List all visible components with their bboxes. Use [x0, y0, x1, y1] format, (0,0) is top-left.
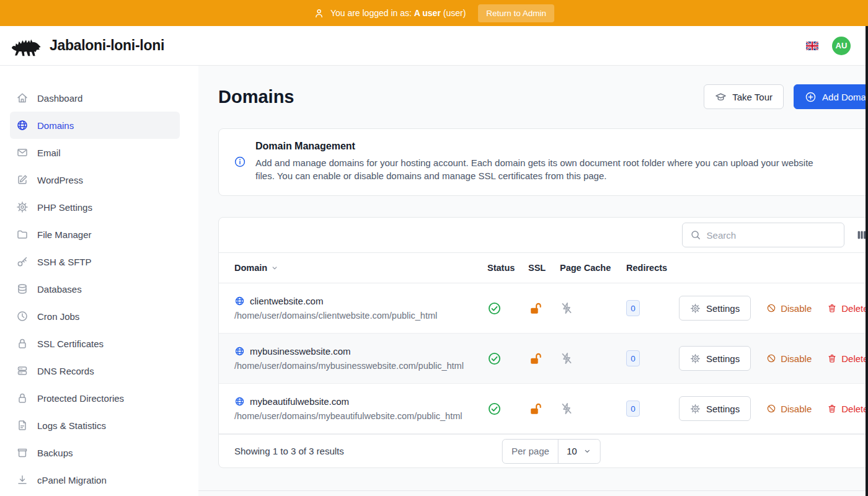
sidebar-item-protected-directories[interactable]: Protected Directories: [10, 384, 180, 412]
domain-name[interactable]: mybusinesswebsite.com: [250, 346, 351, 356]
globe-icon: [234, 346, 245, 356]
info-card: Domain Management Add and manage domains…: [218, 128, 868, 196]
ssl-unlocked-icon[interactable]: [528, 402, 560, 416]
sidebar-item-domains[interactable]: Domains: [10, 112, 180, 139]
archive-box-icon: [16, 446, 29, 459]
add-domain-button[interactable]: Add Domain: [794, 84, 868, 109]
status-enabled-icon: [487, 301, 528, 316]
domain-name[interactable]: clientwebsite.com: [250, 296, 323, 306]
page-cache-off-icon[interactable]: [560, 402, 626, 415]
delete-button[interactable]: Delete: [827, 353, 868, 364]
sidebar-item-email[interactable]: Email: [10, 139, 180, 166]
page-cache-off-icon[interactable]: [560, 352, 626, 365]
sidebar-item-file-manager[interactable]: File Manager: [10, 221, 180, 248]
column-header-domain[interactable]: Domain: [234, 263, 487, 273]
language-flag-icon[interactable]: [806, 42, 818, 50]
redirects-count-badge[interactable]: 0: [626, 350, 640, 366]
redirects-cell: 0: [626, 401, 679, 417]
sidebar-item-dns-records[interactable]: DNS Records: [10, 357, 180, 384]
domain-path: /home/user/domains/mybeautifulwebsite.co…: [234, 411, 487, 421]
settings-button[interactable]: Settings: [679, 396, 751, 421]
sidebar-item-label: Databases: [37, 284, 82, 294]
sidebar-item-ssl-certificates[interactable]: SSL Certificates: [10, 330, 180, 357]
settings-button[interactable]: Settings: [679, 346, 751, 371]
return-to-admin-button[interactable]: Return to Admin: [478, 4, 554, 22]
brand-name: Jabaloni-loni-loni: [50, 37, 164, 54]
sidebar-item-label: SSL Certificates: [37, 339, 104, 349]
search-box: [682, 223, 844, 247]
boar-logo-icon: [10, 34, 42, 58]
sidebar-item-logs-statistics[interactable]: Logs & Statistics: [10, 412, 180, 439]
plus-circle-icon: [805, 91, 817, 103]
redirects-cell: 0: [626, 300, 679, 316]
database-icon: [16, 283, 29, 295]
mail-icon: [16, 146, 29, 159]
redirects-count-badge[interactable]: 0: [626, 401, 640, 417]
sidebar-item-cpanel-migration[interactable]: cPanel Migration: [10, 466, 180, 494]
sidebar-item-label: Cron Jobs: [37, 311, 79, 322]
gear-icon: [16, 201, 29, 213]
gear-icon: [690, 353, 701, 364]
domain-cell: mybusinesswebsite.com /home/user/domains…: [234, 346, 487, 371]
disable-button[interactable]: Disable: [766, 404, 812, 414]
domain-cell: clientwebsite.com /home/user/domains/cli…: [234, 296, 487, 321]
clock-icon: [16, 310, 29, 322]
results-summary: Showing 1 to 3 of 3 results: [234, 446, 344, 456]
page-scrollbar[interactable]: [866, 26, 868, 496]
brand[interactable]: Jabaloni-loni-loni: [10, 34, 164, 58]
edit-icon: [16, 174, 29, 186]
lock-icon: [16, 337, 29, 350]
search-input[interactable]: [707, 230, 836, 241]
header-right: AU: [806, 37, 858, 55]
info-title: Domain Management: [255, 141, 817, 152]
user-avatar[interactable]: AU: [832, 37, 851, 55]
banner-text: You are logged in as: A user (user): [330, 8, 466, 18]
table-footer: Showing 1 to 3 of 3 results Per page 10: [219, 434, 868, 467]
per-page-control: Per page 10: [502, 439, 601, 464]
sidebar-item-wordpress[interactable]: WordPress: [10, 166, 180, 193]
impersonation-message: You are logged in as: A user (user): [314, 8, 466, 19]
sidebar-item-dashboard[interactable]: Dashboard: [10, 84, 180, 112]
row-actions: Settings Disable Delete: [679, 396, 868, 421]
delete-button[interactable]: Delete: [827, 404, 868, 414]
ssl-unlocked-icon[interactable]: [528, 301, 560, 316]
take-tour-button[interactable]: Take Tour: [704, 84, 784, 109]
column-header-redirects: Redirects: [626, 263, 679, 273]
ban-icon: [766, 404, 776, 414]
footer-divider: [198, 490, 868, 491]
ssl-unlocked-icon[interactable]: [528, 352, 560, 366]
sidebar-item-label: Protected Directories: [37, 393, 124, 404]
sidebar-item-php-settings[interactable]: PHP Settings: [10, 193, 180, 221]
row-actions: Settings Disable Delete: [679, 346, 868, 371]
lock-icon: [16, 392, 29, 404]
table-row: mybeautifulwebsite.com /home/user/domain…: [219, 384, 868, 434]
server-icon: [16, 365, 29, 377]
redirects-count-badge[interactable]: 0: [626, 300, 640, 316]
chevron-down-icon: [583, 446, 592, 456]
info-icon: [234, 156, 246, 168]
column-header-status: Status: [487, 263, 528, 273]
sidebar-item-ssh-sftp[interactable]: SSH & SFTP: [10, 248, 180, 275]
table-row: clientwebsite.com /home/user/domains/cli…: [219, 283, 868, 334]
settings-button[interactable]: Settings: [679, 296, 751, 321]
sidebar-nav: Dashboard Domains Email WordPress PHP Se…: [0, 66, 198, 496]
graduation-cap-icon: [715, 91, 727, 103]
page-cache-off-icon[interactable]: [560, 301, 626, 315]
sidebar-item-label: File Manager: [37, 229, 92, 240]
sidebar-item-cron-jobs[interactable]: Cron Jobs: [10, 303, 180, 330]
sidebar-item-databases[interactable]: Databases: [10, 275, 180, 303]
sidebar-item-backups[interactable]: Backups: [10, 439, 180, 466]
sidebar-item-label: Backups: [37, 448, 73, 458]
domain-path: /home/user/domains/clientwebsite.com/pub…: [234, 311, 487, 321]
gear-icon: [690, 303, 701, 314]
domain-name[interactable]: mybeautifulwebsite.com: [250, 396, 349, 407]
per-page-select[interactable]: 10: [559, 446, 600, 456]
page-actions: Take Tour Add Domain: [704, 84, 868, 109]
gear-icon: [690, 404, 701, 414]
trash-icon: [827, 303, 837, 313]
disable-button[interactable]: Disable: [766, 303, 812, 314]
folder-icon: [16, 228, 29, 241]
disable-button[interactable]: Disable: [766, 353, 812, 364]
delete-button[interactable]: Delete: [827, 303, 868, 314]
status-enabled-icon: [487, 402, 528, 416]
